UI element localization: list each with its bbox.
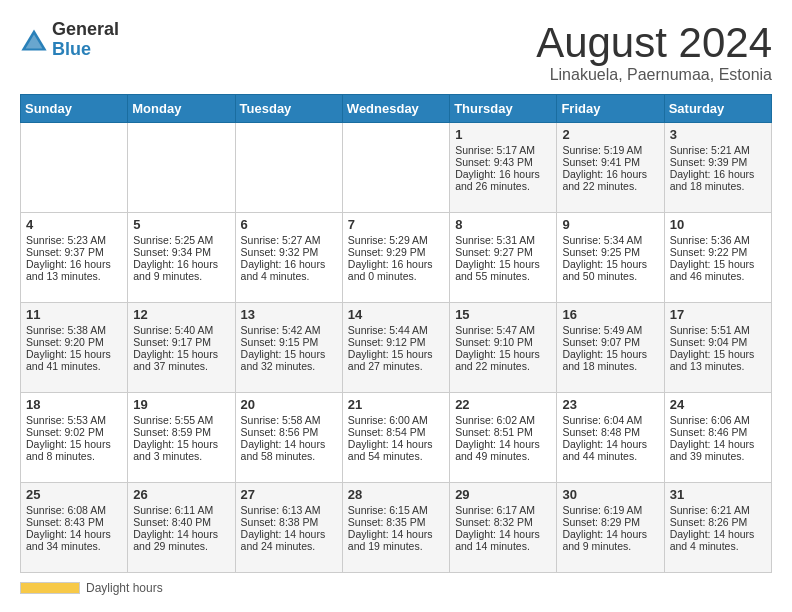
day-info: Sunrise: 5:40 AM <box>133 324 229 336</box>
day-number: 16 <box>562 307 658 322</box>
day-info: Daylight: 14 hours and 14 minutes. <box>455 528 551 552</box>
day-info: Sunset: 9:10 PM <box>455 336 551 348</box>
day-info: Sunrise: 6:04 AM <box>562 414 658 426</box>
calendar-cell: 11Sunrise: 5:38 AMSunset: 9:20 PMDayligh… <box>21 303 128 393</box>
calendar-title: August 2024 <box>536 20 772 66</box>
day-info: Sunrise: 6:19 AM <box>562 504 658 516</box>
header-cell-saturday: Saturday <box>664 95 771 123</box>
calendar-cell: 5Sunrise: 5:25 AMSunset: 9:34 PMDaylight… <box>128 213 235 303</box>
calendar-cell: 28Sunrise: 6:15 AMSunset: 8:35 PMDayligh… <box>342 483 449 573</box>
day-info: Sunset: 9:02 PM <box>26 426 122 438</box>
day-info: Daylight: 14 hours and 58 minutes. <box>241 438 337 462</box>
day-number: 27 <box>241 487 337 502</box>
day-info: Daylight: 14 hours and 39 minutes. <box>670 438 766 462</box>
day-info: Sunset: 9:32 PM <box>241 246 337 258</box>
day-number: 3 <box>670 127 766 142</box>
day-info: Daylight: 15 hours and 3 minutes. <box>133 438 229 462</box>
day-info: Daylight: 14 hours and 49 minutes. <box>455 438 551 462</box>
day-info: Daylight: 16 hours and 9 minutes. <box>133 258 229 282</box>
calendar-cell: 12Sunrise: 5:40 AMSunset: 9:17 PMDayligh… <box>128 303 235 393</box>
day-info: Daylight: 16 hours and 13 minutes. <box>26 258 122 282</box>
day-info: Sunset: 8:54 PM <box>348 426 444 438</box>
day-info: Sunset: 9:04 PM <box>670 336 766 348</box>
day-info: Sunrise: 5:47 AM <box>455 324 551 336</box>
calendar-cell: 19Sunrise: 5:55 AMSunset: 8:59 PMDayligh… <box>128 393 235 483</box>
day-info: Sunrise: 5:25 AM <box>133 234 229 246</box>
calendar-cell: 31Sunrise: 6:21 AMSunset: 8:26 PMDayligh… <box>664 483 771 573</box>
calendar-cell: 22Sunrise: 6:02 AMSunset: 8:51 PMDayligh… <box>450 393 557 483</box>
calendar-cell: 14Sunrise: 5:44 AMSunset: 9:12 PMDayligh… <box>342 303 449 393</box>
week-row-4: 25Sunrise: 6:08 AMSunset: 8:43 PMDayligh… <box>21 483 772 573</box>
day-info: Sunrise: 5:31 AM <box>455 234 551 246</box>
day-number: 29 <box>455 487 551 502</box>
day-info: Sunset: 8:59 PM <box>133 426 229 438</box>
day-number: 7 <box>348 217 444 232</box>
day-number: 28 <box>348 487 444 502</box>
week-row-2: 11Sunrise: 5:38 AMSunset: 9:20 PMDayligh… <box>21 303 772 393</box>
day-info: Sunset: 8:32 PM <box>455 516 551 528</box>
day-info: Daylight: 14 hours and 29 minutes. <box>133 528 229 552</box>
day-info: Daylight: 15 hours and 46 minutes. <box>670 258 766 282</box>
calendar-cell: 6Sunrise: 5:27 AMSunset: 9:32 PMDaylight… <box>235 213 342 303</box>
day-info: Sunset: 9:39 PM <box>670 156 766 168</box>
day-info: Sunrise: 5:17 AM <box>455 144 551 156</box>
day-info: Sunrise: 5:23 AM <box>26 234 122 246</box>
day-info: Sunrise: 5:53 AM <box>26 414 122 426</box>
day-number: 10 <box>670 217 766 232</box>
day-info: Sunset: 9:34 PM <box>133 246 229 258</box>
calendar-cell: 23Sunrise: 6:04 AMSunset: 8:48 PMDayligh… <box>557 393 664 483</box>
day-info: Sunset: 9:17 PM <box>133 336 229 348</box>
calendar-cell: 3Sunrise: 5:21 AMSunset: 9:39 PMDaylight… <box>664 123 771 213</box>
day-info: Daylight: 15 hours and 50 minutes. <box>562 258 658 282</box>
day-number: 21 <box>348 397 444 412</box>
day-info: Sunset: 9:27 PM <box>455 246 551 258</box>
day-info: Daylight: 14 hours and 44 minutes. <box>562 438 658 462</box>
day-info: Sunrise: 6:13 AM <box>241 504 337 516</box>
day-info: Sunrise: 6:06 AM <box>670 414 766 426</box>
header-cell-friday: Friday <box>557 95 664 123</box>
day-info: Sunrise: 5:55 AM <box>133 414 229 426</box>
calendar-header: SundayMondayTuesdayWednesdayThursdayFrid… <box>21 95 772 123</box>
week-row-3: 18Sunrise: 5:53 AMSunset: 9:02 PMDayligh… <box>21 393 772 483</box>
header-cell-wednesday: Wednesday <box>342 95 449 123</box>
calendar-cell: 27Sunrise: 6:13 AMSunset: 8:38 PMDayligh… <box>235 483 342 573</box>
day-info: Daylight: 15 hours and 22 minutes. <box>455 348 551 372</box>
day-number: 25 <box>26 487 122 502</box>
page-header: General Blue August 2024 Linakuela, Paer… <box>20 20 772 84</box>
day-number: 30 <box>562 487 658 502</box>
calendar-cell: 7Sunrise: 5:29 AMSunset: 9:29 PMDaylight… <box>342 213 449 303</box>
title-block: August 2024 Linakuela, Paernumaa, Estoni… <box>536 20 772 84</box>
day-number: 9 <box>562 217 658 232</box>
day-info: Sunrise: 5:51 AM <box>670 324 766 336</box>
day-info: Daylight: 14 hours and 4 minutes. <box>670 528 766 552</box>
logo-general-text: General <box>52 20 119 40</box>
day-info: Sunset: 9:43 PM <box>455 156 551 168</box>
day-info: Sunrise: 6:17 AM <box>455 504 551 516</box>
calendar-cell <box>235 123 342 213</box>
day-number: 4 <box>26 217 122 232</box>
day-info: Sunrise: 5:36 AM <box>670 234 766 246</box>
day-number: 31 <box>670 487 766 502</box>
calendar-cell: 10Sunrise: 5:36 AMSunset: 9:22 PMDayligh… <box>664 213 771 303</box>
day-info: Sunrise: 5:38 AM <box>26 324 122 336</box>
day-info: Sunrise: 5:29 AM <box>348 234 444 246</box>
day-info: Sunset: 9:41 PM <box>562 156 658 168</box>
day-info: Daylight: 15 hours and 18 minutes. <box>562 348 658 372</box>
day-info: Sunset: 8:40 PM <box>133 516 229 528</box>
daylight-label: Daylight hours <box>86 581 163 595</box>
calendar-cell: 17Sunrise: 5:51 AMSunset: 9:04 PMDayligh… <box>664 303 771 393</box>
day-info: Daylight: 14 hours and 54 minutes. <box>348 438 444 462</box>
header-row: SundayMondayTuesdayWednesdayThursdayFrid… <box>21 95 772 123</box>
calendar-cell: 1Sunrise: 5:17 AMSunset: 9:43 PMDaylight… <box>450 123 557 213</box>
day-info: Sunrise: 6:11 AM <box>133 504 229 516</box>
calendar-cell <box>21 123 128 213</box>
day-number: 14 <box>348 307 444 322</box>
day-info: Sunrise: 5:19 AM <box>562 144 658 156</box>
calendar-cell: 24Sunrise: 6:06 AMSunset: 8:46 PMDayligh… <box>664 393 771 483</box>
day-info: Sunrise: 6:15 AM <box>348 504 444 516</box>
day-info: Daylight: 15 hours and 8 minutes. <box>26 438 122 462</box>
calendar-cell: 9Sunrise: 5:34 AMSunset: 9:25 PMDaylight… <box>557 213 664 303</box>
daylight-bar-icon <box>20 582 80 594</box>
day-info: Sunset: 9:12 PM <box>348 336 444 348</box>
calendar-table: SundayMondayTuesdayWednesdayThursdayFrid… <box>20 94 772 573</box>
